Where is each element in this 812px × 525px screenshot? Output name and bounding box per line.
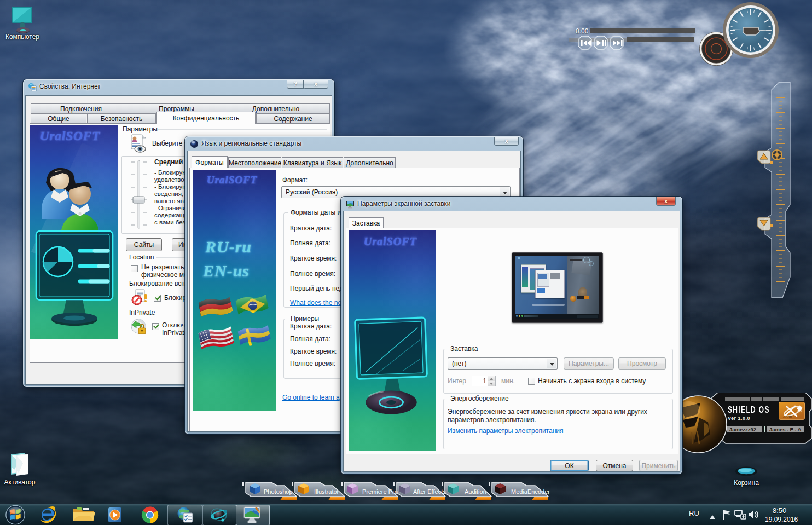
svg-text:After Effects: After Effects bbox=[413, 488, 446, 495]
svg-text:Audition: Audition bbox=[465, 488, 486, 495]
svg-text:Photoshop: Photoshop bbox=[264, 488, 293, 495]
svg-text:Premiere Pro: Premiere Pro bbox=[362, 488, 398, 495]
svg-text:Illustrator: Illustrator bbox=[314, 488, 339, 495]
svg-text:MediaEncoder: MediaEncoder bbox=[511, 488, 550, 495]
svg-text:-form: -form bbox=[783, 415, 792, 419]
